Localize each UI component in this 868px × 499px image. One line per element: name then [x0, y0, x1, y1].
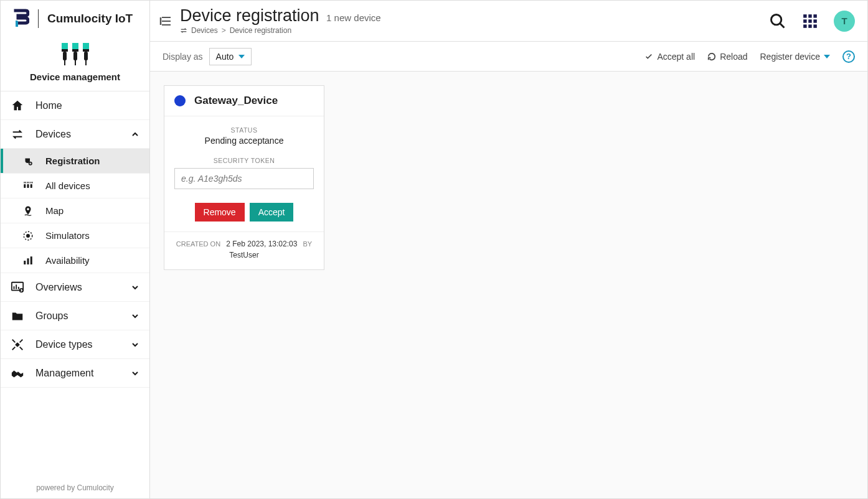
svg-rect-19 [24, 261, 26, 264]
svg-rect-11 [83, 49, 89, 52]
chevron-down-icon [131, 283, 139, 292]
accept-button[interactable]: Accept [250, 203, 294, 222]
sidebar: Cumulocity IoT Devi [1, 1, 150, 498]
caret-down-icon [824, 55, 830, 58]
register-device-button[interactable]: Register device [760, 52, 831, 62]
page-title-text: Device registration [180, 6, 319, 25]
reload-icon [707, 52, 716, 61]
svg-rect-29 [803, 14, 806, 17]
device-card-footer: CREATED ON 2 Feb 2023, 13:02:03 BY TestU… [164, 232, 324, 269]
by-label: BY [303, 240, 313, 248]
caret-down-icon [238, 55, 245, 58]
map-pin-icon [22, 205, 34, 217]
svg-rect-27 [15, 342, 20, 347]
card-actions: Remove Accept [174, 203, 314, 222]
svg-rect-6 [64, 60, 65, 65]
sidebar-item-map[interactable]: Map [1, 198, 149, 223]
search-icon[interactable] [769, 12, 786, 30]
svg-rect-0 [62, 43, 68, 49]
svg-point-18 [27, 234, 30, 237]
device-name: Gateway_Device [194, 95, 278, 107]
plugs-icon [22, 180, 34, 192]
sidebar-item-availability[interactable]: Availability [1, 248, 149, 273]
sidebar-item-label: Groups [35, 310, 68, 322]
sidebar-item-label: All devices [45, 180, 90, 191]
sidebar-item-simulators[interactable]: Simulators [1, 223, 149, 248]
svg-rect-33 [808, 19, 811, 22]
svg-rect-35 [803, 24, 806, 27]
svg-rect-13 [24, 184, 26, 188]
status-value: Pending acceptance [174, 136, 314, 146]
svg-rect-36 [808, 24, 811, 27]
accept-all-label: Accept all [657, 52, 695, 62]
sidebar-item-label: Devices [35, 129, 71, 140]
sidebar-item-label: Availability [45, 255, 90, 266]
home-icon [11, 99, 24, 113]
svg-rect-10 [72, 49, 78, 52]
status-label: STATUS [174, 126, 314, 134]
simulator-icon [22, 230, 34, 242]
sidebar-item-groups[interactable]: Groups [1, 302, 149, 330]
sidebar-item-all-devices[interactable]: All devices [1, 174, 149, 198]
svg-rect-15 [31, 184, 32, 188]
handshake-icon [11, 366, 24, 380]
remove-button[interactable]: Remove [195, 203, 245, 222]
chevron-down-icon [131, 340, 139, 349]
sidebar-item-devices[interactable]: Devices [1, 120, 149, 149]
dashboard-icon [11, 281, 24, 294]
sidebar-item-label: Overviews [35, 282, 82, 293]
user-avatar[interactable]: T [834, 11, 855, 32]
sidebar-item-label: Map [45, 205, 64, 216]
sidebar-item-device-types[interactable]: Device types [1, 330, 149, 359]
plug-add-icon [22, 155, 34, 167]
header: Device registration 1 new device Devices… [150, 1, 867, 42]
svg-rect-5 [84, 52, 88, 60]
help-icon[interactable]: ? [842, 50, 855, 63]
brand: Cumulocity IoT [1, 1, 149, 37]
svg-rect-30 [808, 14, 811, 17]
sidebar-item-overviews[interactable]: Overviews [1, 273, 149, 302]
module-header: Device management [1, 37, 149, 91]
token-block: SECURITY TOKEN [174, 157, 314, 189]
display-as-select[interactable]: Auto [209, 48, 252, 65]
svg-point-16 [27, 208, 29, 210]
reload-button[interactable]: Reload [707, 52, 747, 62]
sidebar-item-label: Home [35, 100, 62, 111]
reload-label: Reload [720, 52, 747, 62]
security-token-input[interactable] [174, 168, 314, 189]
device-management-icon [59, 42, 92, 68]
check-icon [644, 52, 653, 61]
sidebar-item-registration[interactable]: Registration [1, 149, 149, 174]
status-dot-icon [174, 95, 186, 106]
svg-rect-23 [14, 286, 15, 289]
toolbar-right: Accept all Reload Register device ? [644, 50, 855, 63]
created-on-label: CREATED ON [176, 240, 220, 248]
svg-rect-14 [27, 184, 29, 188]
device-card-header: Gateway_Device [164, 86, 324, 116]
token-label: SECURITY TOKEN [174, 157, 314, 164]
chevron-down-icon [131, 369, 139, 378]
toolbar: Display as Auto Accept all Rel [150, 42, 867, 72]
swap-icon [11, 128, 24, 141]
breadcrumb: Devices > Device registration [180, 26, 769, 35]
display-as-value: Auto [216, 52, 234, 62]
sidebar-item-home[interactable]: Home [1, 91, 149, 120]
sidebar-item-label: Management [35, 368, 93, 379]
toolbar-left: Display as Auto [163, 48, 252, 65]
svg-rect-9 [62, 49, 68, 52]
accept-all-button[interactable]: Accept all [644, 52, 695, 62]
collapse-sidebar-icon[interactable] [159, 14, 172, 28]
content-area: Gateway_Device STATUS Pending acceptance… [150, 72, 867, 284]
sidebar-nav: Home Devices Registration [1, 91, 149, 477]
breadcrumb-root[interactable]: Devices [191, 26, 218, 35]
brand-name: Cumulocity IoT [47, 12, 133, 26]
svg-rect-24 [16, 284, 17, 289]
svg-rect-20 [27, 258, 29, 264]
swap-icon [180, 27, 187, 34]
main-content: Device registration 1 new device Devices… [150, 1, 867, 498]
sidebar-item-management[interactable]: Management [1, 359, 149, 388]
device-card: Gateway_Device STATUS Pending acceptance… [164, 85, 324, 270]
chevron-up-icon [131, 130, 139, 139]
chevron-down-icon [131, 312, 139, 320]
app-switcher-icon[interactable] [801, 12, 819, 30]
